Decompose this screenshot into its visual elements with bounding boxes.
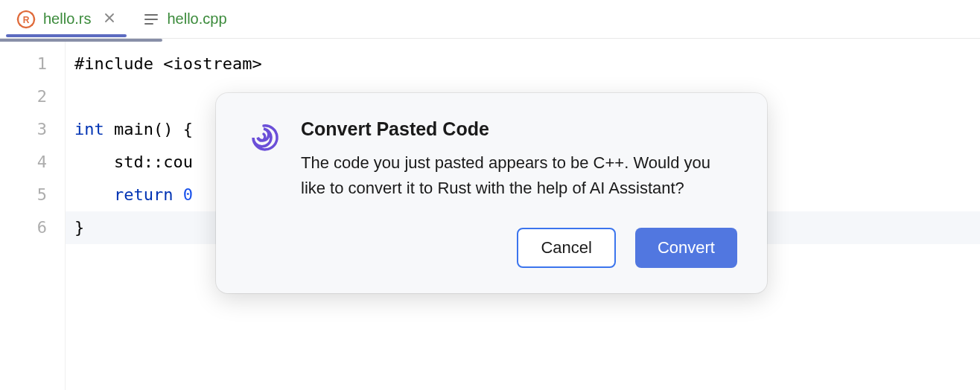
svg-point-1 (25, 10, 28, 12)
dialog-button-row: Cancel Convert (246, 228, 737, 268)
rust-icon: R (16, 10, 36, 29)
dialog-title: Convert Pasted Code (301, 118, 737, 140)
svg-point-3 (17, 18, 19, 20)
convert-button[interactable]: Convert (635, 228, 737, 268)
tab-label: hello.rs (43, 10, 91, 28)
tab-hello-rs[interactable]: R hello.rs (6, 2, 127, 36)
gutter-line-number: 1 (0, 48, 47, 80)
svg-point-8 (31, 24, 34, 26)
line-gutter: 1 2 3 4 5 6 (0, 39, 66, 390)
svg-point-4 (34, 18, 36, 20)
ai-spiral-icon (246, 120, 281, 156)
svg-text:R: R (23, 15, 30, 25)
dialog-body-text: The code you just pasted appears to be C… (301, 150, 737, 201)
code-line: #include <iostream> (74, 48, 980, 80)
gutter-line-number: 2 (0, 80, 47, 113)
convert-code-dialog: Convert Pasted Code The code you just pa… (216, 93, 767, 293)
gutter-line-number: 3 (0, 113, 47, 146)
tab-bar: R hello.rs hello.cpp (0, 0, 980, 39)
file-lines-icon (143, 11, 159, 28)
gutter-line-number: 5 (0, 179, 47, 211)
close-icon[interactable] (103, 10, 116, 28)
svg-point-6 (31, 12, 34, 14)
svg-point-2 (25, 26, 28, 28)
gutter-line-number: 4 (0, 146, 47, 179)
tab-label: hello.cpp (167, 10, 226, 28)
svg-point-5 (19, 12, 22, 14)
dialog-overlay: Convert Pasted Code The code you just pa… (216, 93, 767, 293)
svg-point-7 (19, 24, 22, 26)
tab-hello-cpp[interactable]: hello.cpp (133, 3, 237, 35)
cancel-button[interactable]: Cancel (517, 228, 615, 268)
gutter-line-number: 6 (0, 211, 47, 244)
